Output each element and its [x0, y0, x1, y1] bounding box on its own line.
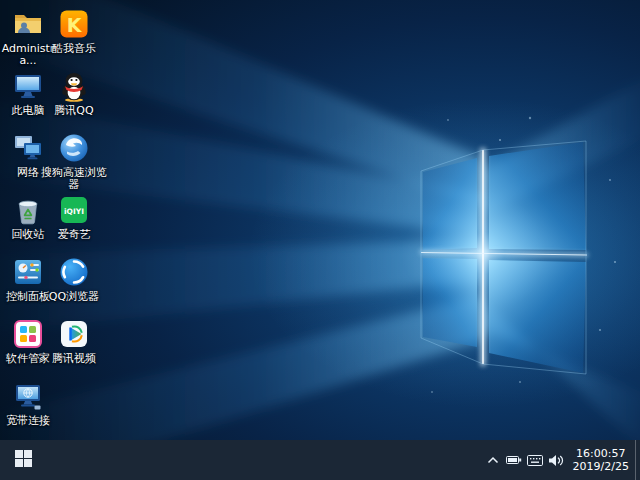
volume-icon[interactable]	[546, 440, 567, 480]
taskbar: 16:00:57 2019/2/25	[0, 440, 640, 480]
windows-desktop: Administra... 此电脑 网络	[0, 0, 640, 480]
desktop-icon-kuwo-music[interactable]: K 酷我音乐	[40, 8, 108, 55]
taskbar-clock[interactable]: 16:00:57 2019/2/25	[573, 447, 629, 473]
desktop-icon-label: 腾讯QQ	[40, 105, 108, 117]
battery-icon[interactable]	[504, 440, 525, 480]
system-tray: 16:00:57 2019/2/25	[483, 440, 640, 480]
desktop-icon-label: 爱奇艺	[40, 229, 108, 241]
start-button[interactable]	[0, 440, 46, 480]
input-keyboard-icon[interactable]	[525, 440, 546, 480]
qq-browser-icon	[58, 256, 90, 288]
show-desktop-button[interactable]	[635, 440, 640, 480]
tencent-video-icon	[58, 318, 90, 350]
desktop-icon-sogou-browser[interactable]: 搜狗高速浏览器	[40, 132, 108, 191]
desktop-icon-label: QQ浏览器	[40, 291, 108, 303]
desktop-icon-iqiyi[interactable]: iQIYI 爱奇艺	[40, 194, 108, 241]
desktop-icon-tencent-qq[interactable]: 腾讯QQ	[40, 70, 108, 117]
desktop-icon-broadband-connection[interactable]: 宽带连接	[0, 380, 62, 427]
desktop-icon-label: 宽带连接	[0, 415, 62, 427]
clock-time: 16:00:57	[573, 447, 629, 460]
desktop-icon-qq-browser[interactable]: QQ浏览器	[40, 256, 108, 303]
sogou-browser-icon	[58, 132, 90, 164]
svg-text:iQIYI: iQIYI	[64, 207, 84, 216]
qq-penguin-icon	[58, 70, 90, 102]
desktop-icon-label: 搜狗高速浏览器	[40, 167, 108, 191]
clock-date: 2019/2/25	[573, 460, 629, 473]
desktop-icon-label: 腾讯视频	[40, 353, 108, 365]
iqiyi-icon: iQIYI	[58, 194, 90, 226]
kuwo-music-icon: K	[58, 8, 90, 40]
svg-text:K: K	[67, 14, 83, 36]
desktop-icon-tencent-video[interactable]: 腾讯视频	[40, 318, 108, 365]
broadband-monitor-icon	[12, 380, 44, 412]
hidden-icons-chevron[interactable]	[483, 440, 504, 480]
desktop-icon-label: 酷我音乐	[40, 43, 108, 55]
windows-start-icon	[15, 450, 32, 471]
